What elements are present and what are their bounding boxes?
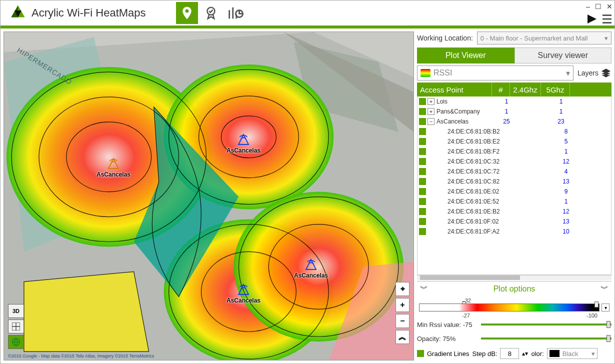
ap-checkbox[interactable] <box>419 198 426 205</box>
menu-button[interactable] <box>602 14 612 24</box>
chevron-down-icon: ▾ <box>604 34 608 42</box>
ap-row[interactable]: − AsCancelas 25 23 <box>418 116 611 126</box>
ap-count: 25 <box>498 118 516 125</box>
ap-mac: 24:DE:C6:81:0B:E2 <box>446 138 520 145</box>
ap-checkbox[interactable] <box>419 228 426 235</box>
tree-toggle[interactable]: + <box>428 98 434 105</box>
working-location-label: Working Location: <box>417 34 473 42</box>
ap-child-row[interactable]: 24:DE:C6:81:0E:02 9 <box>418 186 611 196</box>
ap-checkbox[interactable] <box>419 178 426 185</box>
ap-5ghz: 12 <box>552 158 580 165</box>
layers-icon <box>600 68 612 78</box>
map-grid-button[interactable] <box>8 320 24 334</box>
titlebar: Acrylic Wi-Fi HeatMaps – ☐ ✕ <box>0 0 614 26</box>
ap-child-row[interactable]: 24:DE:C6:81:0B:F2 1 <box>418 146 611 156</box>
tree-toggle[interactable]: + <box>428 108 434 115</box>
map-locate-button[interactable]: ⌖ <box>396 282 410 296</box>
map-collapse-button[interactable]: ︽ <box>396 330 410 344</box>
ap-checkbox[interactable] <box>419 128 426 135</box>
ap-checkbox[interactable] <box>419 188 426 195</box>
ap-child-row[interactable]: 24:DE:C6:81:0C:72 4 <box>418 166 611 176</box>
layers-button[interactable]: Layers <box>578 68 612 78</box>
ap-mac: 24:DE:C6:81:0B:B2 <box>446 128 520 135</box>
ap-name: AsCancelas <box>434 118 498 125</box>
mode-chart-icon[interactable] <box>224 2 246 24</box>
ap-list-hscroll[interactable] <box>417 275 612 280</box>
ap-list[interactable]: + Lois 1 1 + Pans&Company 1 1 − AsCancel… <box>417 96 612 275</box>
ap-5ghz: 13 <box>552 178 580 185</box>
ap-child-row[interactable]: 24:DE:C6:81:0B:E2 5 <box>418 136 611 146</box>
map-credits: ©2015 Google - Map data ©2015 Tele Atlas… <box>8 354 154 358</box>
map-zoom-out-button[interactable]: − <box>396 314 410 328</box>
plot-type-select[interactable]: RSSI ▾ <box>417 66 574 80</box>
ap-mac: 24:DE:C6:81:0E:02 <box>446 188 520 195</box>
tab-survey-viewer[interactable]: Survey viewer <box>514 48 612 64</box>
maximize-button[interactable]: ☐ <box>595 2 602 10</box>
ap-child-row[interactable]: 24:DE:C6:81:0E:52 1 <box>418 196 611 206</box>
ap-5ghz: 1 <box>546 108 576 115</box>
mode-badge-icon[interactable] <box>200 2 222 24</box>
rssi-icon <box>420 69 430 77</box>
opacity-value: 75% <box>442 335 456 342</box>
map-canvas[interactable]: HIPERMERCADO AsCancelas AsCancelas AsCan… <box>4 32 414 360</box>
tree-toggle[interactable]: − <box>428 118 434 125</box>
ap-checkbox[interactable] <box>419 98 426 105</box>
map-globe-button[interactable] <box>8 335 24 349</box>
gradient-thumb-right[interactable] <box>594 302 598 308</box>
mode-location-icon[interactable] <box>176 2 198 24</box>
map-3d-button[interactable]: 3D <box>8 304 24 318</box>
ap-5ghz: 5 <box>552 138 580 145</box>
plot-options-collapse-right[interactable]: ︾ <box>600 284 608 294</box>
minimize-button[interactable]: – <box>586 2 590 10</box>
ap-child-row[interactable]: 24:DE:C6:81:0F:A2 10 <box>418 226 611 236</box>
ap-mac: 24:DE:C6:81:0F:02 <box>446 218 520 225</box>
ap-checkbox[interactable] <box>419 168 426 175</box>
ap-child-row[interactable]: 24:DE:C6:81:0B:B2 8 <box>418 126 611 136</box>
ap-count: 1 <box>498 98 516 105</box>
play-button[interactable] <box>588 14 596 24</box>
ap-checkbox[interactable] <box>419 138 426 145</box>
ap-5ghz: 12 <box>552 208 580 215</box>
ap-child-row[interactable]: 24:DE:C6:81:0F:02 13 <box>418 216 611 226</box>
ap-checkbox[interactable] <box>419 118 426 125</box>
map-zoom-in-button[interactable]: + <box>396 298 410 312</box>
ap-checkbox[interactable] <box>419 208 426 215</box>
ap-child-row[interactable]: 24:DE:C6:81:0C:32 12 <box>418 156 611 166</box>
chevron-down-icon: ▾ <box>566 68 570 78</box>
ap-5ghz: 1 <box>552 148 580 155</box>
ap-5ghz: 8 <box>552 128 580 135</box>
close-button[interactable]: ✕ <box>606 2 612 10</box>
ap-mac: 24:DE:C6:81:0C:32 <box>446 158 520 165</box>
plot-options-title: Plot options <box>494 284 536 294</box>
ap-row[interactable]: + Pans&Company 1 1 <box>418 106 611 116</box>
ap-name: Pans&Company <box>434 108 498 115</box>
plot-options-collapse-left[interactable]: ︾ <box>420 284 428 294</box>
opacity-slider[interactable] <box>481 338 612 340</box>
ap-child-row[interactable]: 24:DE:C6:81:0C:82 13 <box>418 176 611 186</box>
ap-checkbox[interactable] <box>419 108 426 115</box>
line-color-select[interactable]: Black▾ <box>547 348 598 359</box>
ap-5ghz: 10 <box>552 228 580 235</box>
app-logo <box>10 4 26 22</box>
opacity-label: Opacity: <box>417 335 441 342</box>
min-rssi-label: Min Rssi value: <box>417 321 461 328</box>
ap-5ghz: 13 <box>552 218 580 225</box>
ap-mac: 24:DE:C6:81:0B:F2 <box>446 148 520 155</box>
ap-checkbox[interactable] <box>419 158 426 165</box>
ap-mac: 24:DE:C6:81:0C:82 <box>446 178 520 185</box>
ap-row[interactable]: + Lois 1 1 <box>418 96 611 106</box>
ap-checkbox[interactable] <box>419 148 426 155</box>
min-rssi-slider[interactable] <box>481 324 612 326</box>
ap-5ghz: 4 <box>552 168 580 175</box>
min-rssi-value: -75 <box>463 321 472 328</box>
gradient-lines-checkbox[interactable] <box>417 350 424 357</box>
ap-child-row[interactable]: 24:DE:C6:81:0E:B2 12 <box>418 206 611 216</box>
gradient-menu-button[interactable]: ▾ <box>602 304 610 312</box>
ap-checkbox[interactable] <box>419 218 426 225</box>
working-location-select[interactable]: 0 - Main floor - Supermarket and Mall▾ <box>477 32 612 44</box>
step-db-input[interactable] <box>500 348 519 359</box>
gradient-scale[interactable]: -32 -27 -100 ▾ <box>417 296 612 316</box>
tab-plot-viewer[interactable]: Plot Viewer <box>417 48 514 64</box>
gradient-lines-label: Gradient Lines <box>427 350 470 358</box>
ap-table-header: Access Point # 2.4Ghz 5Ghz <box>417 82 612 96</box>
